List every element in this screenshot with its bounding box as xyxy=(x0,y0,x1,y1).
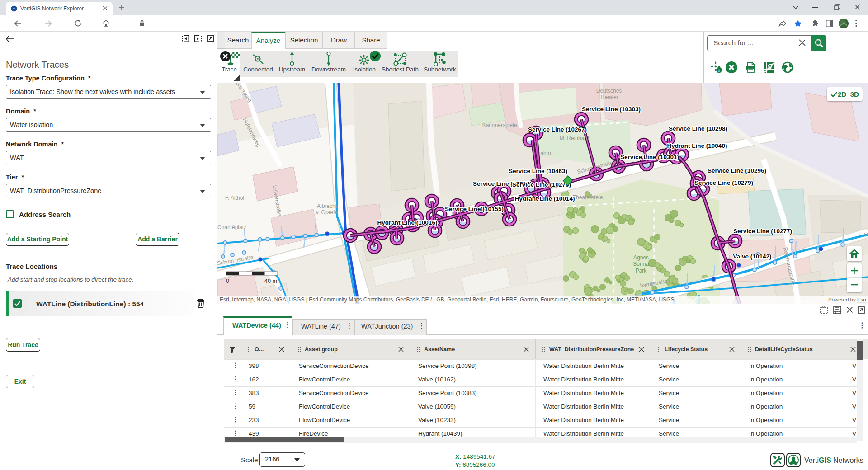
svg-text:v. Graefe: v. Graefe xyxy=(316,209,338,216)
svg-text:Service Line (10298): Service Line (10298) xyxy=(669,125,727,132)
svg-text:0: 0 xyxy=(226,278,229,284)
svg-text:40 m: 40 m xyxy=(264,278,277,284)
svg-text:i: i xyxy=(718,68,720,73)
svg-text:Service Line (10296): Service Line (10296) xyxy=(708,167,766,174)
svg-text:Hydrant Line (10014): Hydrant Line (10014) xyxy=(515,195,575,202)
svg-text:Hydrant Line (10016): Hydrant Line (10016) xyxy=(377,219,438,226)
svg-text:rahm: rahm xyxy=(538,150,551,156)
svg-text:Service Line (10301): Service Line (10301) xyxy=(620,154,679,160)
svg-text:M. Reinhardt: M. Reinhardt xyxy=(560,135,591,141)
svg-text:Park: Park xyxy=(636,268,647,274)
svg-text:Service Line (10155): Service Line (10155) xyxy=(445,206,504,212)
svg-text:Service Line (10303): Service Line (10303) xyxy=(582,106,641,113)
svg-text:Service Line (10279): Service Line (10279) xyxy=(694,179,753,186)
svg-text:Albrecht: Albrecht xyxy=(317,203,337,209)
svg-text:Kammerspiele: Kammerspiele xyxy=(482,122,517,128)
svg-text:Esri, Intermap, NASA, NGA, USG: Esri, Intermap, NASA, NGA, USGS | Esri C… xyxy=(220,296,674,303)
svg-text:Valve (10142): Valve (10142) xyxy=(733,253,772,260)
svg-text:Service Line (10277): Service Line (10277) xyxy=(733,228,792,235)
svg-text:Service Line (10276): Service Line (10276) xyxy=(512,181,571,188)
svg-text:Agnes-: Agnes- xyxy=(633,254,651,261)
svg-text:Hydrant Line (10040): Hydrant Line (10040) xyxy=(667,142,727,149)
svg-text:Service Line (10267): Service Line (10267) xyxy=(528,126,587,133)
svg-text:F. Althoff: F. Althoff xyxy=(225,195,246,201)
svg-text:Theaterstele: Theaterstele xyxy=(573,194,603,201)
svg-text:Charitéplatz: Charitéplatz xyxy=(217,224,246,230)
svg-text:Service Line (10463): Service Line (10463) xyxy=(509,168,567,174)
svg-text:Theater: Theater xyxy=(599,94,618,100)
svg-text:Sorma-: Sorma- xyxy=(633,261,651,267)
svg-text:Powered by Esri: Powered by Esri xyxy=(828,297,866,302)
svg-text:Deutsches: Deutsches xyxy=(596,88,622,94)
